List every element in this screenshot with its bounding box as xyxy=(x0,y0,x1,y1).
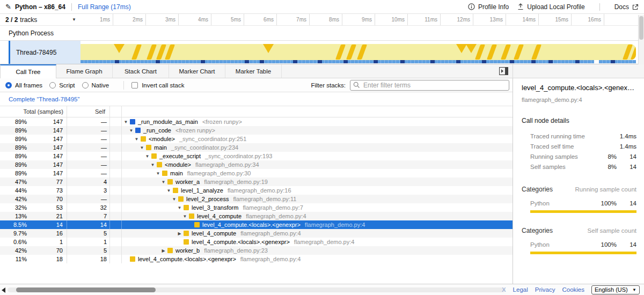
horizontal-scrollbar[interactable] xyxy=(8,287,506,292)
collapse-icon[interactable]: ▼ xyxy=(150,163,155,167)
radio-label: All frames xyxy=(15,82,42,88)
profile-info-button[interactable]: Profile Info xyxy=(468,3,509,11)
footer-link-cookies[interactable]: Cookies xyxy=(562,286,584,293)
call-tree-row[interactable]: 89%147—▼<module>_sync_coordinator.py:251 xyxy=(0,135,513,143)
total-percent: 89% xyxy=(0,136,27,142)
call-tree-row[interactable]: 0.6%11level_4_compute.<locals>.<genexpr>… xyxy=(0,238,513,246)
topbar-actions: Profile Info Upload Local Profile Docs xyxy=(468,3,639,11)
tab-stack-chart[interactable]: Stack Chart xyxy=(113,64,169,78)
frame-cell: ▶worker_bflamegraph_demo.py:23 xyxy=(122,246,513,255)
source-location: flamegraph_demo.py:19 xyxy=(204,179,268,185)
time-tick: 9ms xyxy=(342,14,375,25)
call-tree-row[interactable]: 47%774▼worker_aflamegraph_demo.py:19 xyxy=(0,178,513,186)
collapse-icon[interactable]: ▼ xyxy=(156,171,160,176)
total-percent: 89% xyxy=(0,170,27,176)
expand-icon[interactable]: ▶ xyxy=(177,231,182,236)
column-header-total[interactable]: Total (samples) xyxy=(0,106,67,117)
total-cell: 89%147 xyxy=(0,160,67,169)
breadcrumb-complete-thread[interactable]: Complete “Thread-78495” xyxy=(9,96,79,102)
language-select[interactable]: English (US) ▼ xyxy=(591,285,640,294)
footer-link-legal[interactable]: Legal xyxy=(513,286,528,293)
call-tree-row[interactable]: 89%147—▼_run_module_as_main<frozen runpy… xyxy=(0,117,513,126)
tab-flame-graph[interactable]: Flame Graph xyxy=(56,64,113,78)
collapse-icon[interactable]: ▼ xyxy=(134,137,139,142)
tab-marker-table[interactable]: Marker Table xyxy=(225,64,282,78)
collapse-icon[interactable]: ▼ xyxy=(166,188,171,193)
tracks-dropdown[interactable]: 2 / 2 tracks ▼ xyxy=(0,14,80,25)
call-tree-row[interactable]: 89%147—▼mainflamegraph_demo.py:30 xyxy=(0,169,513,178)
collapse-icon[interactable]: ▼ xyxy=(140,145,144,150)
total-count: 147 xyxy=(27,127,67,134)
total-count: 147 xyxy=(27,136,67,142)
footer-link-x[interactable]: X xyxy=(502,286,506,293)
category-square-icon xyxy=(141,136,146,142)
footer-link-privacy[interactable]: Privacy xyxy=(535,286,555,293)
column-header-self[interactable]: Self xyxy=(67,106,110,117)
frame-cell: ▶level_4_computeflamegraph_demo.py:4 xyxy=(122,229,513,238)
total-cell: 89%147 xyxy=(0,143,67,152)
call-tree-row[interactable]: 42%70—▼level_2_processflamegraph_demo.py… xyxy=(0,195,513,203)
radio-all-frames[interactable] xyxy=(5,82,12,88)
full-range-link[interactable]: Full Range (17ms) xyxy=(78,3,131,11)
function-name: level_4_compute.<locals>.<genexpr> xyxy=(202,222,301,228)
invert-call-stack-checkbox[interactable] xyxy=(131,82,138,88)
sample-block xyxy=(575,60,580,63)
total-cell: 42%70 xyxy=(0,195,67,203)
call-tree-row[interactable]: 11%1818level_4_compute.<locals>.<genexpr… xyxy=(0,255,513,263)
collapse-icon[interactable]: ▼ xyxy=(161,180,166,185)
call-tree-row[interactable]: 89%147—▼main_sync_coordinator.py:234 xyxy=(0,143,513,152)
sidebar-toggle-button[interactable] xyxy=(499,67,508,75)
scrollbar-thumb[interactable] xyxy=(16,287,156,292)
radio-script[interactable] xyxy=(49,82,56,88)
call-tree-row[interactable]: 89%147—▼_execute_script_sync_coordinator… xyxy=(0,152,513,160)
collapse-icon[interactable]: ▼ xyxy=(177,205,182,210)
scroll-left-arrow[interactable] xyxy=(2,287,5,293)
collapse-icon[interactable]: ▼ xyxy=(129,128,134,133)
call-tree-row[interactable]: 44%733▼level_1_analyzeflamegraph_demo.py… xyxy=(0,186,513,195)
icon-cell xyxy=(110,169,122,178)
edit-profile-name-icon[interactable]: ✎ xyxy=(5,3,11,11)
call-tree-row[interactable]: 89%147—▼_run_code<frozen runpy> xyxy=(0,126,513,135)
call-tree-row[interactable]: 8.5%1414level_4_compute.<locals>.<genexp… xyxy=(0,220,513,229)
self-cell: 4 xyxy=(67,178,110,186)
radio-native[interactable] xyxy=(82,82,89,88)
icon-cell xyxy=(110,212,122,220)
collapse-icon[interactable]: ▼ xyxy=(123,120,128,124)
function-name: level_4_compute.<locals>.<genexpr> xyxy=(192,239,290,245)
track-graph[interactable] xyxy=(80,41,638,64)
activity-marker-icon xyxy=(514,45,524,60)
frame-cell: ▼level_4_computeflamegraph_demo.py:4 xyxy=(122,212,513,220)
upload-local-profile-button[interactable]: Upload Local Profile xyxy=(517,3,584,11)
tab-call-tree[interactable]: Call Tree xyxy=(0,64,56,78)
call-tree-row[interactable]: 13%217▼level_4_computeflamegraph_demo.py… xyxy=(0,212,513,220)
call-tree-row[interactable]: 42%705▶worker_bflamegraph_demo.py:23 xyxy=(0,246,513,255)
thread-track-label[interactable]: Thread-78495 xyxy=(10,41,80,64)
call-tree-row[interactable]: 9.7%165▶level_4_computeflamegraph_demo.p… xyxy=(0,229,513,238)
filter-stacks-input[interactable] xyxy=(350,80,509,91)
thread-track[interactable]: Thread-78495 xyxy=(0,41,644,64)
category-name: Python xyxy=(522,200,593,206)
icon-cell xyxy=(110,186,122,195)
total-count: 14 xyxy=(27,222,67,228)
tracks-vertical-scrollbar[interactable] xyxy=(638,15,644,64)
samples-strip[interactable] xyxy=(80,60,636,63)
expand-icon[interactable]: ▶ xyxy=(161,248,166,253)
activity-marker-icon xyxy=(131,45,142,60)
icon-cell xyxy=(110,117,122,126)
icon-cell xyxy=(110,246,122,255)
icon-cell xyxy=(110,220,122,229)
call-tree-pane: All framesScriptNative Invert call stack… xyxy=(0,78,513,284)
call-tree-row[interactable]: 89%147—▼<module>flamegraph_demo.py:34 xyxy=(0,160,513,169)
collapse-icon[interactable]: ▼ xyxy=(182,214,187,219)
time-tick-filler xyxy=(604,14,638,25)
scrollbar-thumb[interactable] xyxy=(639,16,643,40)
total-count: 73 xyxy=(27,187,67,194)
collapse-icon[interactable]: ▼ xyxy=(145,154,150,159)
call-tree-row[interactable]: 32%5332▼level_3_transformflamegraph_demo… xyxy=(0,203,513,212)
tab-marker-chart[interactable]: Marker Chart xyxy=(169,64,225,78)
time-tick: 15ms xyxy=(539,14,572,25)
activity-graph[interactable] xyxy=(80,44,636,60)
collapse-icon[interactable]: ▼ xyxy=(172,197,177,202)
process-track-header[interactable]: Python Process xyxy=(0,26,644,41)
docs-link[interactable]: Docs xyxy=(614,3,639,11)
